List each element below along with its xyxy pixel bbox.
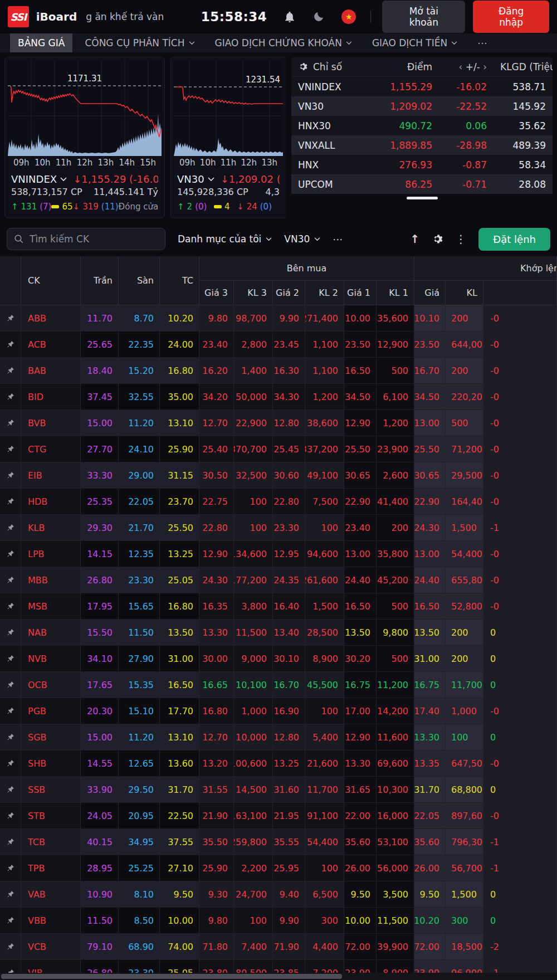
match-vol-cell[interactable]: 1,500	[446, 515, 483, 541]
ticker-cell[interactable]: ABB	[21, 305, 81, 331]
bid-vol2-cell[interactable]: 337,200	[305, 436, 344, 462]
nav-item-more[interactable]: ⋯	[470, 33, 495, 52]
ceiling-cell[interactable]: 28.95	[81, 855, 119, 881]
bid-price1-cell[interactable]: 12.90	[344, 724, 377, 750]
bid-vol1-cell[interactable]: 39,900	[377, 934, 414, 960]
bid-vol1-cell[interactable]: 35,800	[377, 541, 414, 567]
match-price-cell[interactable]: 13.30	[414, 724, 446, 750]
pin-button[interactable]	[0, 358, 21, 384]
ticker-cell[interactable]: NAB	[21, 620, 81, 646]
export-upload-icon[interactable]: ↑	[411, 232, 420, 246]
ticker-cell[interactable]: KLB	[21, 515, 81, 541]
bid-price3-cell[interactable]: 23.40	[199, 331, 234, 358]
bid-vol2-cell[interactable]: 1,100	[305, 358, 344, 384]
bid-vol2-cell[interactable]: 28,500	[305, 620, 344, 646]
ticker-cell[interactable]: SGB	[21, 724, 81, 750]
floor-cell[interactable]: 20.95	[119, 803, 160, 829]
floor-cell[interactable]: 12.65	[119, 750, 160, 777]
pin-button[interactable]	[0, 881, 21, 908]
vn30-chart-panel[interactable]: 1231.54 09h10h11h12h13h VN30 ↓1,209.02 (…	[170, 57, 286, 218]
bid-price2-cell[interactable]: 13.40	[273, 620, 305, 646]
pin-button[interactable]	[0, 777, 21, 803]
match-vol-cell[interactable]: 897,600	[446, 803, 483, 829]
index-dropdown[interactable]: VN30	[284, 233, 320, 245]
match-vol-cell[interactable]: 164,400	[446, 489, 483, 515]
stock-row[interactable]: VCB 79.10 68.90 74.00 71.80 7,400 71.90 …	[0, 934, 557, 960]
floor-cell[interactable]: 22.05	[119, 489, 160, 515]
match-change-cell[interactable]: -0	[483, 384, 557, 410]
reference-cell[interactable]: 31.00	[160, 646, 199, 672]
bid-price3-cell[interactable]: 71.80	[199, 934, 234, 960]
ceiling-cell[interactable]: 15.00	[81, 724, 119, 750]
language-flag-icon[interactable]: ★	[341, 9, 356, 24]
ceiling-cell[interactable]: 24.05	[81, 803, 119, 829]
bid-vol1-cell[interactable]: 500	[377, 358, 414, 384]
bid-price1-cell[interactable]: 13.50	[344, 620, 377, 646]
bid-vol1-cell[interactable]: 6,100	[377, 384, 414, 410]
chevron-down-icon[interactable]	[208, 177, 214, 181]
match-change-cell[interactable]: -0	[483, 593, 557, 620]
bid-vol3-cell[interactable]: 22,900	[234, 410, 273, 436]
stock-row[interactable]: SHB 14.55 12.65 13.60 13.20 100,600 13.2…	[0, 750, 557, 777]
stock-row[interactable]: MBB 26.80 23.30 25.05 24.30 177,200 24.3…	[0, 567, 557, 593]
index-row[interactable]: HNX30 490.72 0.06 35.62	[291, 116, 553, 135]
ceiling-cell[interactable]: 26.80	[81, 567, 119, 593]
bid-vol2-cell[interactable]: 21,600	[305, 750, 344, 777]
bid-price2-cell[interactable]: 16.70	[273, 672, 305, 698]
bid-vol3-cell[interactable]: 370,700	[234, 436, 273, 462]
floor-cell[interactable]: 8.10	[119, 881, 160, 908]
pin-button[interactable]	[0, 855, 21, 881]
reference-cell[interactable]: 13.10	[160, 724, 199, 750]
bid-price2-cell[interactable]: 25.95	[273, 855, 305, 881]
reference-cell[interactable]: 13.50	[160, 620, 199, 646]
bid-price1-cell[interactable]: 9.50	[344, 881, 377, 908]
bid-vol3-cell[interactable]: 100	[234, 908, 273, 934]
ticker-cell[interactable]: PGB	[21, 698, 81, 724]
pin-button[interactable]	[0, 750, 21, 777]
match-change-cell[interactable]: -2	[483, 934, 557, 960]
bid-vol1-cell[interactable]: 14,200	[377, 698, 414, 724]
index-row[interactable]: VNINDEX 1,155.29 -16.02 538.71	[291, 77, 553, 96]
match-vol-cell[interactable]: 52,800	[446, 593, 483, 620]
bid-vol2-cell[interactable]: 271,400	[305, 305, 344, 331]
bid-vol2-cell[interactable]: 49,100	[305, 462, 344, 489]
reference-cell[interactable]: 31.70	[160, 777, 199, 803]
bid-vol2-cell[interactable]: 91,100	[305, 803, 344, 829]
bid-vol3-cell[interactable]: 2,200	[234, 855, 273, 881]
bid-vol2-cell[interactable]: 8,900	[305, 646, 344, 672]
match-change-cell[interactable]: -0	[483, 358, 557, 384]
col-bid-price1[interactable]: Giá 1	[344, 281, 377, 305]
match-vol-cell[interactable]: 54,400	[446, 541, 483, 567]
ticker-cell[interactable]: VAB	[21, 881, 81, 908]
col-ck[interactable]: CK	[21, 256, 81, 305]
bid-vol1-cell[interactable]: 23,900	[377, 436, 414, 462]
bid-vol2-cell[interactable]: 5,400	[305, 724, 344, 750]
bid-vol2-cell[interactable]: 38,600	[305, 410, 344, 436]
ceiling-cell[interactable]: 10.90	[81, 881, 119, 908]
match-vol-cell[interactable]: 29,500	[446, 462, 483, 489]
pin-button[interactable]	[0, 384, 21, 410]
ticker-cell[interactable]: VCB	[21, 934, 81, 960]
bid-vol3-cell[interactable]: 2,800	[234, 331, 273, 358]
bid-price3-cell[interactable]: 25.90	[199, 855, 234, 881]
bid-price2-cell[interactable]: 21.95	[273, 803, 305, 829]
bid-price2-cell[interactable]: 12.80	[273, 410, 305, 436]
bid-price1-cell[interactable]: 34.50	[344, 384, 377, 410]
match-vol-cell[interactable]: 647,500	[446, 750, 483, 777]
bid-vol1-cell[interactable]: 500	[377, 646, 414, 672]
bid-price3-cell[interactable]: 12.70	[199, 724, 234, 750]
match-change-cell[interactable]: -0	[483, 331, 557, 358]
match-change-cell[interactable]: 0	[483, 724, 557, 750]
col-klgd[interactable]: KLGD (Triệu)	[494, 61, 553, 72]
ceiling-cell[interactable]: 33.30	[81, 462, 119, 489]
floor-cell[interactable]: 15.35	[119, 672, 160, 698]
bid-vol2-cell[interactable]: 100	[305, 515, 344, 541]
stock-row[interactable]: KLB 29.30 21.70 25.50 22.80 100 23.30 10…	[0, 515, 557, 541]
floor-cell[interactable]: 8.50	[119, 908, 160, 934]
bid-price2-cell[interactable]: 30.60	[273, 462, 305, 489]
stock-row[interactable]: SGB 15.00 11.20 13.10 12.70 10,000 12.80…	[0, 724, 557, 750]
bid-price1-cell[interactable]: 30.65	[344, 462, 377, 489]
dark-mode-moon-icon[interactable]	[312, 11, 325, 23]
match-price-cell[interactable]: 72.00	[414, 934, 446, 960]
bid-vol2-cell[interactable]: 6,500	[305, 881, 344, 908]
